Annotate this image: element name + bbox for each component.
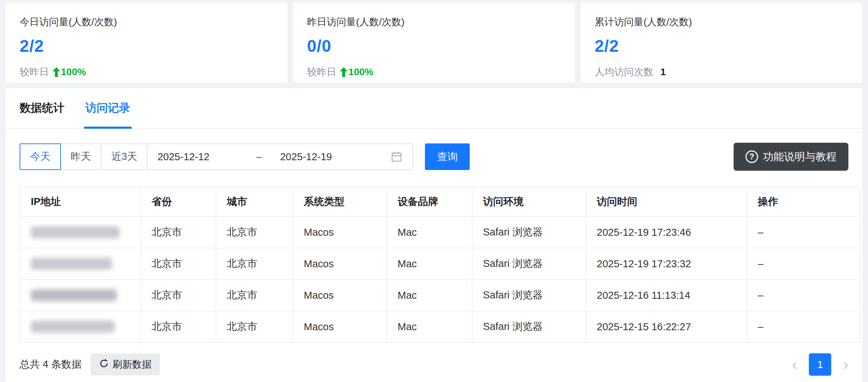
ip-cell	[20, 311, 141, 342]
pagination: ‹ 1 ›	[792, 353, 848, 376]
stat-value: 0/0	[307, 36, 561, 56]
compare-value: 100%	[348, 66, 373, 78]
table-cell: 北京市	[216, 217, 293, 248]
stat-card-yesterday: 昨日访问量(人数/次数) 0/0 较昨日 100%	[293, 3, 575, 83]
tab-visit-records[interactable]: 访问记录	[85, 88, 130, 128]
table-cell: Safari 浏览器	[472, 217, 586, 248]
column-header: IP地址	[20, 187, 141, 217]
table-cell: 北京市	[216, 311, 293, 342]
quick-last3days-button[interactable]: 近3天	[101, 143, 148, 170]
total-count-text: 总共 4 条数据	[20, 358, 82, 372]
query-button[interactable]: 查询	[425, 143, 470, 170]
page-1-button[interactable]: 1	[809, 353, 831, 376]
table-cell: 北京市	[141, 311, 216, 342]
date-range-separator: –	[238, 151, 280, 163]
table-footer: 总共 4 条数据 刷新数据 ‹ 1 ›	[20, 353, 848, 376]
stat-compare: 较昨日 100%	[307, 65, 561, 79]
stat-value: 2/2	[595, 36, 848, 56]
stat-compare: 较昨日 100%	[20, 65, 273, 79]
table-cell: Macos	[293, 311, 387, 342]
ip-redacted-blur	[31, 258, 112, 270]
compare-label: 较昨日	[20, 65, 49, 79]
table-cell: –	[747, 248, 860, 280]
date-start-value[interactable]: 2025-12-12	[158, 151, 238, 163]
visit-records-table: IP地址省份城市系统类型设备品牌访问环境访问时间操作 北京市北京市MacosMa…	[20, 187, 860, 343]
refresh-button-label: 刷新数据	[112, 358, 152, 371]
ip-cell	[20, 248, 141, 280]
column-header: 操作	[747, 187, 860, 217]
table-header-row: IP地址省份城市系统类型设备品牌访问环境访问时间操作	[20, 187, 860, 217]
table-cell: –	[747, 217, 860, 248]
arrow-up-icon	[340, 67, 348, 77]
stat-label: 累计访问量(人数/次数)	[595, 15, 848, 29]
column-header: 设备品牌	[387, 187, 472, 217]
table-cell: 北京市	[141, 280, 216, 311]
ip-cell	[20, 280, 141, 311]
quick-today-button[interactable]: 今天	[20, 143, 61, 170]
table-cell: Macos	[293, 217, 387, 248]
stat-extra: 人均访问次数 1	[595, 65, 848, 79]
next-page-button[interactable]: ›	[843, 357, 848, 372]
compare-label: 较昨日	[307, 65, 336, 79]
ip-cell	[20, 217, 141, 248]
table-row: 北京市北京市MacosMacSafari 浏览器2025-12-19 17:23…	[20, 248, 860, 280]
column-header: 系统类型	[293, 187, 387, 217]
date-end-value[interactable]: 2025-12-19	[280, 151, 360, 163]
table-cell: Safari 浏览器	[472, 248, 586, 280]
table-cell: 北京市	[216, 248, 293, 280]
trend-up: 100%	[340, 66, 373, 78]
trend-up: 100%	[52, 66, 86, 78]
help-tutorial-button[interactable]: ? 功能说明与教程	[734, 143, 848, 171]
tab-bar: 数据统计 访问记录	[6, 88, 862, 129]
table-cell: 2025-12-19 17:23:32	[586, 248, 747, 280]
stat-label: 今日访问量(人数/次数)	[20, 15, 273, 29]
column-header: 省份	[141, 187, 216, 217]
table-cell: Mac	[387, 280, 472, 311]
table-row: 北京市北京市MacosMacSafari 浏览器2025-12-16 11:13…	[20, 280, 860, 311]
table-cell: 2025-12-19 17:23:46	[586, 217, 747, 248]
table-cell: Safari 浏览器	[472, 311, 586, 342]
table-row: 北京市北京市MacosMacSafari 浏览器2025-12-19 17:23…	[20, 217, 860, 248]
prev-page-button[interactable]: ‹	[792, 357, 797, 372]
compare-value: 100%	[61, 66, 86, 78]
table-cell: 2025-12-15 16:22:27	[586, 311, 747, 342]
filter-row: 今天 昨天 近3天 2025-12-12 – 2025-12-19 查询 ?	[6, 129, 862, 171]
tab-data-statistics[interactable]: 数据统计	[20, 88, 64, 128]
table-cell: –	[747, 311, 860, 342]
arrow-up-icon	[52, 67, 60, 77]
table-cell: 北京市	[141, 248, 216, 280]
quick-yesterday-button[interactable]: 昨天	[60, 143, 102, 170]
calendar-icon	[391, 151, 402, 163]
refresh-data-button[interactable]: 刷新数据	[91, 354, 160, 375]
date-quick-group: 今天 昨天 近3天 2025-12-12 – 2025-12-19	[20, 143, 413, 170]
table-cell: 2025-12-16 11:13:14	[586, 280, 747, 311]
table-cell: Mac	[387, 311, 472, 342]
table-cell: Mac	[387, 217, 472, 248]
table-cell: 北京市	[216, 280, 293, 311]
ip-redacted-blur	[31, 289, 117, 301]
ip-redacted-blur	[31, 321, 115, 333]
question-circle-icon: ?	[746, 150, 758, 163]
ip-redacted-blur	[31, 226, 120, 238]
column-header: 访问环境	[472, 187, 586, 217]
column-header: 访问时间	[586, 187, 747, 217]
stat-cards-row: 今日访问量(人数/次数) 2/2 较昨日 100% 昨日访问量(人数/次数) 0…	[0, 0, 868, 83]
table-cell: Safari 浏览器	[472, 280, 586, 311]
help-button-label: 功能说明与教程	[763, 150, 836, 164]
extra-label: 人均访问次数	[595, 65, 653, 79]
column-header: 城市	[216, 187, 293, 217]
table-cell: Macos	[293, 280, 387, 311]
stat-card-total: 累计访问量(人数/次数) 2/2 人均访问次数 1	[581, 3, 862, 83]
table-cell: Mac	[387, 248, 472, 280]
table-cell: –	[747, 280, 860, 311]
refresh-icon	[99, 359, 109, 371]
stat-value: 2/2	[20, 36, 273, 56]
extra-value: 1	[660, 66, 666, 78]
table-cell: Macos	[293, 248, 387, 280]
stat-label: 昨日访问量(人数/次数)	[307, 15, 561, 29]
stat-card-today: 今日访问量(人数/次数) 2/2 较昨日 100%	[6, 3, 287, 83]
main-panel: 数据统计 访问记录 今天 昨天 近3天 2025-12-12 – 2025-12…	[6, 88, 862, 382]
table-cell: 北京市	[141, 217, 216, 248]
table-row: 北京市北京市MacosMacSafari 浏览器2025-12-15 16:22…	[20, 311, 860, 342]
date-range-picker[interactable]: 2025-12-12 – 2025-12-19	[147, 143, 413, 170]
